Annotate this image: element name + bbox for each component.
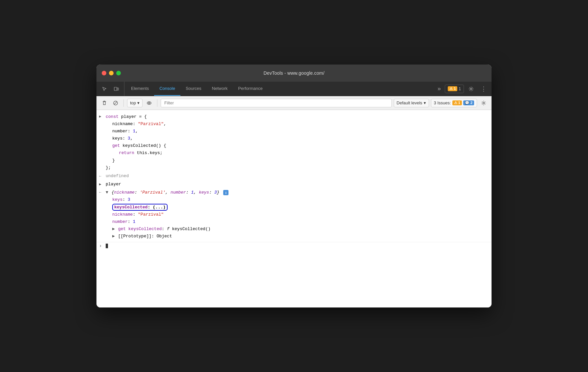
code-line-6: return this.keys;: [106, 149, 166, 157]
tab-sources[interactable]: Sources: [180, 82, 207, 96]
block-btn[interactable]: [111, 98, 120, 108]
devtools-window: DevTools - www.google.com/ Elements Cons…: [96, 65, 492, 307]
toolbar-separator-1: [123, 99, 124, 107]
console-input-line: ›: [96, 242, 492, 250]
proto-expand-arrow[interactable]: ▶: [112, 234, 115, 239]
eye-icon-btn[interactable]: [145, 98, 154, 108]
code-line-3: number: 1,: [106, 128, 166, 135]
more-tabs-icon[interactable]: »: [436, 85, 443, 92]
issues-button[interactable]: ⚠ 1 1: [445, 85, 464, 93]
toolbar-issues: 3 Issues: ⚠ 1 💬 2: [431, 99, 477, 107]
filter-input[interactable]: [161, 99, 391, 107]
code-line-7: }: [106, 157, 166, 164]
obj-return-arrow: ←: [99, 190, 101, 196]
prop-keys-collected: keysCollected: (...): [112, 204, 228, 211]
return-undefined-line: ← undefined: [96, 172, 492, 180]
code-line-8: };: [106, 164, 166, 172]
return-value: undefined: [106, 173, 129, 180]
toolbar-separator-2: [157, 99, 157, 107]
expand-arrow[interactable]: ▶: [99, 114, 101, 120]
code-input-line: ▶ const player = { nickname: "Parzival",…: [96, 113, 492, 172]
svg-rect-1: [117, 88, 119, 90]
prop-getter: ▶ get keysCollected: f keysCollected(): [112, 226, 228, 233]
prop-nickname: nickname: "Parzival": [112, 211, 228, 218]
console-area: ▶ const player = { nickname: "Parzival",…: [96, 110, 492, 307]
console-settings-btn[interactable]: [479, 98, 488, 108]
prop-keys: keys: 3: [112, 196, 228, 203]
tab-console[interactable]: Console: [154, 82, 180, 96]
code-line-1: const player = {: [106, 113, 166, 120]
issues-count: 1: [459, 87, 461, 91]
menu-icon-btn[interactable]: ⋮: [478, 84, 489, 94]
level-selector[interactable]: Default levels ▾: [394, 99, 429, 107]
clear-console-btn[interactable]: [100, 98, 109, 108]
svg-point-5: [148, 102, 150, 104]
toolbar-warn-badge: ⚠ 1: [452, 100, 462, 105]
inspect-icon-btn[interactable]: [99, 84, 110, 94]
obj-info-icon[interactable]: i: [223, 190, 228, 195]
code-line-4: keys: 3,: [106, 135, 166, 142]
cursor: [106, 244, 108, 248]
return-arrow-icon: ←: [99, 173, 101, 179]
prompt-icon: ›: [99, 243, 102, 249]
settings-icon-btn[interactable]: [466, 84, 476, 94]
tabbar-icons: [99, 82, 124, 96]
obj-preview-line: ▼ {nickname: 'Parzival', number: 1, keys…: [106, 189, 228, 196]
toolbar-info-badge: 💬 2: [463, 100, 474, 105]
minimize-button[interactable]: [109, 71, 114, 75]
svg-rect-0: [114, 87, 117, 91]
tab-performance[interactable]: Performance: [233, 82, 268, 96]
console-toolbar: top ▾ Default levels ▾ 3 Issues: ⚠ 1 💬 2: [96, 96, 492, 110]
obj-result-line: ← ▼ {nickname: 'Parzival', number: 1, ke…: [96, 188, 492, 241]
tab-network[interactable]: Network: [207, 82, 233, 96]
obj-collapse-arrow[interactable]: ▼: [106, 190, 108, 195]
prop-prototype: ▶ [[Prototype]]: Object: [112, 233, 228, 240]
svg-point-4: [147, 102, 151, 104]
eval-expression: player: [106, 181, 121, 188]
tabbar-right: » ⚠ 1 1 ⋮: [436, 82, 489, 96]
eval-arrow-icon: ▶: [99, 182, 101, 188]
prop-number: number: 1: [112, 218, 228, 226]
chevron-down-icon-levels: ▾: [424, 100, 426, 105]
titlebar: DevTools - www.google.com/: [96, 65, 492, 82]
tabbar: Elements Console Sources Network Perform…: [96, 82, 492, 96]
warn-icon: ⚠: [449, 87, 453, 91]
context-selector[interactable]: top ▾: [127, 99, 143, 107]
warn-badge: ⚠ 1: [448, 86, 457, 91]
code-line-5: get keysCollected() {: [106, 142, 166, 149]
close-button[interactable]: [102, 71, 106, 75]
device-toggle-btn[interactable]: [111, 84, 121, 94]
highlighted-property: keysCollected: (...): [112, 204, 168, 211]
eval-player-line: ▶ player: [96, 180, 492, 189]
svg-point-2: [470, 88, 472, 90]
traffic-lights: [102, 71, 121, 75]
svg-point-6: [483, 102, 485, 104]
tab-elements[interactable]: Elements: [126, 82, 154, 96]
code-line-2: nickname: "Parzival",: [106, 120, 166, 128]
getter-expand-arrow[interactable]: ▶: [112, 226, 115, 231]
chevron-down-icon: ▾: [137, 100, 140, 105]
window-title: DevTools - www.google.com/: [264, 70, 325, 76]
maximize-button[interactable]: [116, 71, 121, 75]
obj-preview-text: {nickname: 'Parzival', number: 1, keys: …: [112, 190, 222, 195]
obj-props: keys: 3 keysCollected: (...) nickname: "…: [106, 196, 228, 240]
